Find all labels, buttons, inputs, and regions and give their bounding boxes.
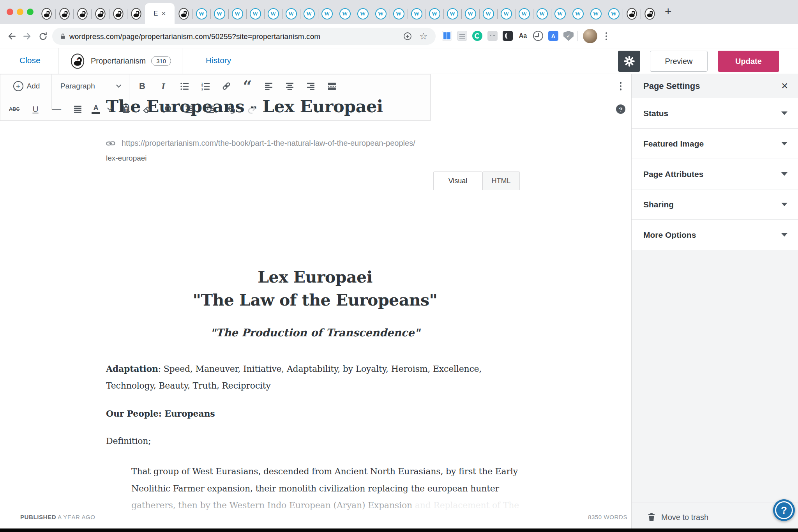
- browser-tab-wordpress[interactable]: W: [372, 3, 390, 24]
- browser-tab-wordpress[interactable]: W: [569, 3, 587, 24]
- settings-gear-button[interactable]: [618, 51, 640, 72]
- align-left-button[interactable]: [258, 77, 279, 95]
- browser-tab-active[interactable]: E✕: [145, 3, 175, 24]
- notes-extension-icon[interactable]: [457, 31, 467, 41]
- browser-tab-wordpress[interactable]: W: [318, 3, 336, 24]
- permalink-row[interactable]: https://propertarianism.com/the-book/par…: [105, 137, 526, 149]
- bookmarks-extension-icon[interactable]: [442, 31, 452, 41]
- document-subtitle[interactable]: "The Production of Transcendence": [106, 327, 524, 339]
- outdent-button[interactable]: [178, 100, 200, 118]
- sidebar-section-status[interactable]: Status: [632, 98, 798, 129]
- bookmark-star-icon[interactable]: ☆: [419, 31, 428, 42]
- undo-button[interactable]: [221, 100, 242, 118]
- close-editor-button[interactable]: Close: [19, 56, 41, 65]
- move-to-trash-button[interactable]: Move to trash: [632, 502, 798, 532]
- align-right-button[interactable]: [300, 77, 321, 95]
- align-center-button[interactable]: [279, 77, 300, 95]
- reload-button[interactable]: [37, 31, 48, 42]
- sidebar-close-icon[interactable]: ✕: [781, 81, 788, 91]
- paragraph-our-people[interactable]: Our People: Europeans: [106, 405, 526, 422]
- browser-tab-wordpress[interactable]: W: [246, 3, 264, 24]
- window-close-button[interactable]: [7, 9, 13, 15]
- browser-tab-wordpress[interactable]: W: [264, 3, 282, 24]
- browser-tab-swan[interactable]: [109, 3, 127, 24]
- text-color-dropdown[interactable]: [104, 100, 115, 118]
- browser-tab-wordpress[interactable]: W: [425, 3, 443, 24]
- link-button[interactable]: [216, 77, 237, 95]
- browser-tab-swan[interactable]: [175, 3, 192, 24]
- browser-tab-wordpress[interactable]: W: [443, 3, 461, 24]
- zoom-page-icon[interactable]: [403, 32, 412, 41]
- paragraph-adaptation[interactable]: Adaptation: Speed, Maneuver, Initiative,…: [106, 361, 526, 394]
- browser-tab-wordpress[interactable]: W: [300, 3, 318, 24]
- window-zoom-button[interactable]: [27, 9, 34, 15]
- browser-tab-wordpress[interactable]: W: [461, 3, 479, 24]
- grammarly-extension-icon[interactable]: [472, 31, 482, 41]
- window-minimize-button[interactable]: [17, 9, 23, 15]
- browser-tab-swan[interactable]: [55, 3, 73, 24]
- reader-extension-icon[interactable]: [503, 31, 513, 41]
- update-button[interactable]: Update: [718, 51, 779, 72]
- browser-tab-wordpress[interactable]: W: [408, 3, 425, 24]
- permalink-slug[interactable]: lex-europaei: [106, 154, 147, 163]
- browser-tab-wordpress[interactable]: W: [533, 3, 551, 24]
- browser-tab-wordpress[interactable]: W: [479, 3, 497, 24]
- profile-avatar[interactable]: [583, 29, 597, 43]
- browser-tab-wordpress[interactable]: W: [515, 3, 533, 24]
- adblock-extension-icon[interactable]: ✓: [563, 31, 574, 41]
- underline-button[interactable]: U: [25, 100, 46, 118]
- browser-tab-swan[interactable]: [73, 3, 91, 24]
- browser-tab-swan[interactable]: [37, 3, 55, 24]
- block-format-select[interactable]: Paragraph: [54, 77, 127, 95]
- clear-formatting-button[interactable]: [136, 100, 157, 118]
- browser-tab-swan[interactable]: [623, 3, 641, 24]
- tab-html[interactable]: HTML: [482, 171, 520, 190]
- strikethrough-button[interactable]: ABC: [4, 100, 25, 118]
- special-character-button[interactable]: Ω: [157, 100, 178, 118]
- sidebar-section-featured-image[interactable]: Featured Image: [632, 129, 798, 159]
- numbered-list-button[interactable]: 123: [195, 77, 216, 95]
- history-button[interactable]: History: [206, 56, 231, 65]
- text-color-button[interactable]: A: [88, 100, 104, 118]
- browser-tab-wordpress[interactable]: W: [497, 3, 515, 24]
- translate-extension-icon[interactable]: A: [548, 31, 558, 41]
- back-button[interactable]: [6, 31, 17, 42]
- browser-tab-swan[interactable]: [127, 3, 145, 24]
- add-media-button[interactable]: + Add: [4, 77, 49, 95]
- document-heading[interactable]: Lex Europaei "The Law of the Europeans": [106, 266, 524, 312]
- tab-close-icon[interactable]: ✕: [161, 10, 166, 17]
- browser-tab-wordpress[interactable]: W: [551, 3, 569, 24]
- preview-button[interactable]: Preview: [650, 51, 708, 72]
- browser-tab-wordpress[interactable]: W: [282, 3, 300, 24]
- tab-visual[interactable]: Visual: [433, 171, 482, 190]
- browser-tab-wordpress[interactable]: W: [587, 3, 605, 24]
- browser-tab-wordpress[interactable]: W: [354, 3, 372, 24]
- sidebar-section-page-attributes[interactable]: Page Attributes: [632, 159, 798, 189]
- url-text[interactable]: wordpress.com/page/propertarianism.com/5…: [69, 32, 320, 41]
- bold-button[interactable]: B: [132, 77, 153, 95]
- blockquote-button[interactable]: “: [237, 82, 258, 90]
- browser-tab-wordpress[interactable]: W: [228, 3, 246, 24]
- align-justify-button[interactable]: [67, 100, 88, 118]
- read-more-tag-button[interactable]: [321, 77, 342, 95]
- browser-tab-wordpress[interactable]: W: [336, 3, 354, 24]
- sidebar-section-sharing[interactable]: Sharing: [632, 189, 798, 220]
- browser-tab-wordpress[interactable]: W: [390, 3, 408, 24]
- new-tab-button[interactable]: +: [665, 5, 672, 18]
- chrome-menu-icon[interactable]: [602, 31, 610, 42]
- history-extension-icon[interactable]: [533, 31, 543, 41]
- browser-tab-wordpress[interactable]: W: [192, 3, 210, 24]
- browser-tab-wordpress[interactable]: W: [210, 3, 228, 24]
- indent-button[interactable]: [200, 100, 221, 118]
- redo-button[interactable]: [242, 100, 263, 118]
- browser-tab-swan[interactable]: [91, 3, 109, 24]
- toolbar-more-menu-icon[interactable]: [610, 77, 631, 95]
- horizontal-rule-button[interactable]: —: [46, 100, 67, 118]
- browser-tab-wordpress[interactable]: W: [605, 3, 623, 24]
- forward-button[interactable]: [22, 31, 33, 42]
- toolbar-help-button[interactable]: ?: [610, 100, 631, 118]
- fonts-extension-icon[interactable]: Aa: [518, 31, 528, 41]
- bullet-list-button[interactable]: [174, 77, 195, 95]
- paste-as-text-button[interactable]: T: [115, 100, 136, 118]
- help-bubble-button[interactable]: ?: [773, 499, 795, 521]
